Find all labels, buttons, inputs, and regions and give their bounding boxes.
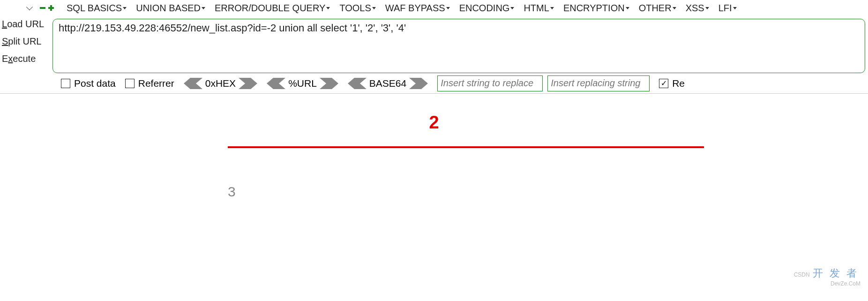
svg-marker-8 — [409, 78, 428, 89]
menu-sql-basics[interactable]: SQL BASICS — [63, 1, 130, 15]
hex-encoder: 0xHEX — [184, 78, 257, 89]
svg-marker-5 — [267, 78, 285, 89]
menu-error-double-query[interactable]: ERROR/DOUBLE QUERY — [211, 1, 334, 15]
checkbox-empty-icon — [61, 79, 70, 88]
chevron-down-icon[interactable] — [26, 4, 33, 10]
options-row: Post data Referrer 0xHEX %URL BASE64 ✓ R… — [0, 73, 868, 94]
arrow-left-icon[interactable] — [348, 78, 367, 89]
page-body-text: 3 — [228, 184, 236, 200]
caret-down-icon — [733, 7, 737, 9]
url-label: %URL — [288, 78, 317, 89]
watermark-main: 开 发 者 — [813, 267, 859, 279]
svg-rect-2 — [48, 7, 54, 9]
page-headline: 2 — [0, 113, 868, 133]
hex-label: 0xHEX — [205, 78, 236, 89]
watermark: CSDN 开 发 者 DevZe.CoM — [794, 266, 859, 287]
caret-down-icon — [705, 7, 709, 9]
arrow-left-icon[interactable] — [184, 78, 202, 89]
svg-marker-7 — [348, 78, 367, 89]
menu-encryption[interactable]: ENCRYPTION — [560, 1, 633, 15]
menu-html[interactable]: HTML — [520, 1, 557, 15]
caret-down-icon — [326, 7, 330, 9]
arrow-left-icon[interactable] — [267, 78, 285, 89]
menu-xss[interactable]: XSS — [682, 1, 713, 15]
arrow-right-icon[interactable] — [239, 78, 257, 89]
checkbox-empty-icon — [125, 79, 135, 88]
referrer-label: Referrer — [138, 78, 174, 89]
svg-marker-3 — [184, 78, 202, 89]
caret-down-icon — [202, 7, 205, 9]
replace-from-input[interactable] — [437, 75, 543, 91]
replace-to-input[interactable] — [547, 75, 650, 91]
postdata-checkbox[interactable]: Post data — [61, 78, 116, 89]
postdata-label: Post data — [74, 78, 116, 89]
checkbox-checked-icon: ✓ — [659, 79, 668, 88]
caret-down-icon — [626, 7, 629, 9]
url-input[interactable]: http://219.153.49.228:46552/new_list.asp… — [52, 19, 865, 73]
menu-lfi[interactable]: LFI — [715, 1, 741, 15]
watermark-sub: DevZe.CoM — [831, 280, 861, 287]
caret-down-icon — [550, 7, 554, 9]
side-actions: Load URL Split URL Execute — [0, 19, 52, 73]
base64-encoder: BASE64 — [348, 78, 428, 89]
menu-union-based[interactable]: UNION BASED — [132, 1, 209, 15]
menu-encoding[interactable]: ENCODING — [456, 1, 518, 15]
caret-down-icon — [673, 7, 676, 9]
watermark-prefix: CSDN — [794, 271, 810, 278]
re-label: Re — [672, 78, 685, 89]
url-workspace: Load URL Split URL Execute http://219.15… — [0, 16, 868, 73]
svg-rect-0 — [40, 7, 45, 9]
menu-waf-bypass[interactable]: WAF BYPASS — [382, 1, 454, 15]
arrow-right-icon[interactable] — [320, 78, 338, 89]
url-encoder: %URL — [267, 78, 338, 89]
plus-icon[interactable] — [48, 5, 54, 11]
svg-marker-4 — [239, 78, 257, 89]
re-checkbox[interactable]: ✓ Re — [659, 78, 685, 89]
divider-line — [228, 146, 704, 148]
top-toolbar: SQL BASICS UNION BASED ERROR/DOUBLE QUER… — [0, 0, 868, 16]
arrow-right-icon[interactable] — [409, 78, 428, 89]
menu-other[interactable]: OTHER — [635, 1, 680, 15]
caret-down-icon — [372, 7, 376, 9]
caret-down-icon — [123, 7, 127, 9]
execute-button[interactable]: Execute — [2, 53, 52, 64]
page-content: 2 3 CSDN 开 发 者 DevZe.CoM — [0, 94, 868, 291]
svg-marker-6 — [320, 78, 338, 89]
load-url-button[interactable]: Load URL — [2, 19, 52, 30]
minus-icon[interactable] — [39, 5, 46, 11]
split-url-button[interactable]: Split URL — [2, 36, 52, 47]
menu-tools[interactable]: TOOLS — [336, 1, 379, 15]
caret-down-icon — [510, 7, 514, 9]
base64-label: BASE64 — [369, 78, 406, 89]
referrer-checkbox[interactable]: Referrer — [125, 78, 174, 89]
caret-down-icon — [446, 7, 450, 9]
